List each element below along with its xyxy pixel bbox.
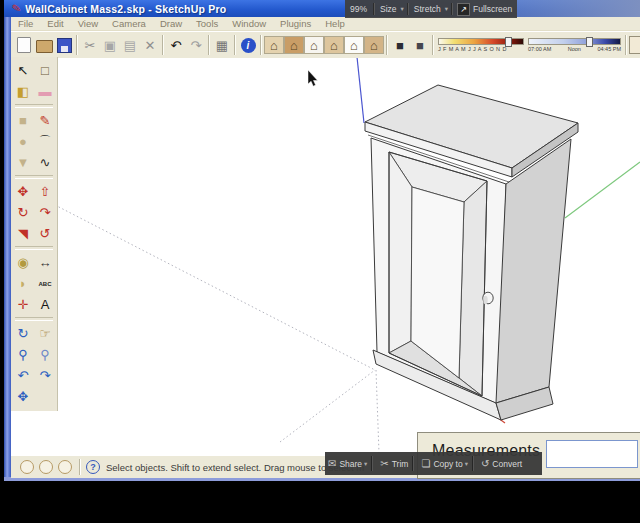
tape-measure-tool[interactable]: ◉ (12, 252, 34, 273)
toolbar: ✂▣▤✕↶↷▦i⌂⌂⌂⌂⌂⌂■■J F M A M J J A S O N D0… (11, 31, 640, 58)
copy-to-button[interactable]: Copy to (433, 459, 462, 469)
protractor-tool[interactable]: ◗ (12, 273, 34, 294)
offset-tool[interactable]: ↺ (34, 223, 56, 244)
fullscreen-icon[interactable]: ↗ (457, 3, 470, 16)
capture-fullscreen-button[interactable]: Fullscreen (473, 4, 512, 14)
zoom-next-tool[interactable]: ↷ (34, 365, 56, 386)
menu-help[interactable]: Help (318, 17, 352, 30)
select-tool[interactable]: ↖ (12, 60, 34, 81)
eraser-tool[interactable]: ▬ (34, 81, 56, 102)
undo-icon[interactable]: ↶ (166, 35, 186, 56)
shadow-date-slider-gradient[interactable] (438, 38, 524, 45)
toolbar-separator (208, 35, 210, 55)
redo-glyph: ↷ (191, 39, 202, 52)
model-viewport[interactable] (11, 57, 640, 455)
toolbar-separator (162, 35, 164, 55)
shadow-time-slider-slider-handle[interactable] (586, 37, 593, 47)
copy-icon[interactable]: ▣ (100, 35, 120, 56)
share-caret-icon[interactable]: ▾ (364, 460, 367, 468)
zoom-extents-tool[interactable]: ✥ (12, 386, 34, 407)
save-icon[interactable] (54, 35, 74, 56)
circle-tool[interactable]: ● (12, 131, 34, 152)
screen: ✎ WallCabinet Mass2.skp - SketchUp Pro F… (0, 0, 640, 523)
scale-tool[interactable]: ◥ (12, 223, 34, 244)
cabinet-model[interactable] (365, 85, 578, 420)
orbit-tool[interactable]: ↻ (12, 323, 34, 344)
view-top-icon[interactable]: ⌂ (284, 36, 304, 54)
zoom-tool[interactable]: ⚲ (12, 344, 34, 365)
shadow-time-slider-gradient[interactable] (528, 38, 621, 45)
text-3d-tool[interactable]: A (34, 294, 56, 315)
menu-window[interactable]: Window (225, 17, 273, 30)
overlay-separator (472, 456, 474, 471)
push-pull-tool[interactable]: ⇧ (34, 181, 56, 202)
claim-model-icon[interactable] (39, 460, 53, 474)
view-left-icon[interactable]: ⌂ (364, 36, 384, 54)
shadow-date-slider-slider-handle[interactable] (505, 37, 512, 47)
print-glyph: ▦ (216, 39, 228, 52)
menu-plugins[interactable]: Plugins (273, 17, 318, 30)
drawing-canvas[interactable] (11, 57, 640, 455)
rotate-tool[interactable]: ↻ (12, 202, 34, 223)
paint-bucket-tool[interactable]: ◧ (12, 81, 34, 102)
trim-button[interactable]: Trim (392, 459, 409, 469)
freehand-tool[interactable]: ∿ (34, 152, 56, 173)
polygon-tool[interactable]: ▼ (12, 152, 34, 173)
zoom-previous-tool[interactable]: ↶ (12, 365, 34, 386)
view-front-icon[interactable]: ⌂ (304, 36, 324, 54)
open-glyph (36, 40, 53, 53)
geo-status-icon[interactable] (20, 460, 34, 474)
redo-icon[interactable]: ↷ (186, 35, 206, 56)
convert-button[interactable]: Convert (492, 459, 522, 469)
view-iso-glyph: ⌂ (270, 39, 278, 52)
shadow-date-slider[interactable]: J F M A M J J A S O N D (438, 38, 524, 52)
shadow-settings-icon[interactable]: ■ (390, 35, 410, 56)
zoom-window-tool[interactable]: ⚲ (34, 344, 56, 365)
cut-icon[interactable]: ✂ (80, 35, 100, 56)
paste-icon[interactable]: ▤ (120, 35, 140, 56)
copy-to-caret-icon[interactable]: ▾ (465, 460, 468, 468)
door-bevel-left (389, 152, 412, 353)
erase-icon[interactable]: ✕ (140, 35, 160, 56)
menu-view[interactable]: View (71, 17, 105, 30)
stretch-caret-icon[interactable]: ▾ (445, 5, 448, 13)
line-tool[interactable]: ✎ (34, 110, 56, 131)
view-right-icon[interactable]: ⌂ (324, 36, 344, 54)
move-tool[interactable]: ✥ (12, 181, 34, 202)
open-icon[interactable] (34, 35, 54, 56)
arc-tool[interactable]: ⌒ (34, 131, 56, 152)
menu-camera[interactable]: Camera (105, 17, 153, 30)
measurements-input[interactable] (546, 440, 638, 468)
follow-me-tool[interactable]: ↷ (34, 202, 56, 223)
capture-size-button[interactable]: Size (378, 4, 399, 14)
dimension-tool[interactable]: ↔ (34, 252, 56, 273)
pan-tool[interactable]: ☞ (34, 323, 56, 344)
make-component-tool[interactable]: □ (34, 60, 56, 81)
axes-tool[interactable]: ✛ (12, 294, 34, 315)
capture-stretch-button[interactable]: Stretch (412, 4, 443, 14)
new-icon[interactable] (14, 35, 34, 56)
overlay-separator (407, 3, 409, 15)
menu-draw[interactable]: Draw (153, 17, 189, 30)
help-icon[interactable]: i (238, 35, 258, 56)
mouse-cursor (308, 70, 318, 86)
cabinet-door[interactable] (389, 152, 487, 396)
share-button[interactable]: Share (339, 459, 362, 469)
dotted-axis-1 (55, 205, 375, 370)
title-bar[interactable]: ✎ WallCabinet Mass2.skp - SketchUp Pro (4, 0, 640, 17)
menu-tools[interactable]: Tools (189, 17, 225, 30)
menu-file[interactable]: File (11, 17, 40, 30)
text-tool[interactable]: ABC (34, 273, 56, 294)
print-icon[interactable]: ▦ (212, 35, 232, 56)
tool-group-4: ◉↔◗ABC✛A (11, 252, 57, 315)
overlay-separator (371, 456, 373, 471)
cabinet-right-face[interactable] (496, 139, 571, 403)
size-caret-icon[interactable]: ▾ (401, 5, 404, 13)
shadow-time-slider[interactable]: 07:00 AMNoon04:45 PM (528, 38, 621, 52)
shadow-toggle-icon[interactable]: ■ (410, 35, 430, 56)
view-back-icon[interactable]: ⌂ (344, 36, 364, 54)
sign-in-status-icon[interactable] (58, 460, 72, 474)
view-iso-icon[interactable]: ⌂ (264, 36, 284, 54)
menu-edit[interactable]: Edit (40, 17, 70, 30)
rectangle-tool[interactable]: ■ (12, 110, 34, 131)
